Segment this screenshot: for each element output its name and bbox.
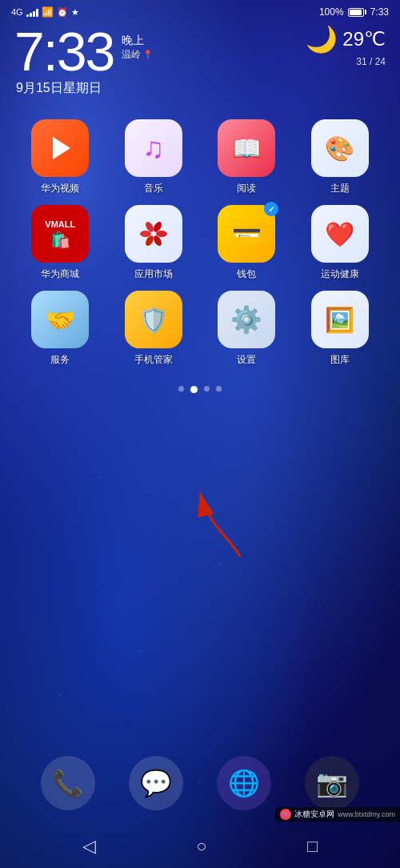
theme-label: 主题 bbox=[330, 182, 350, 195]
nav-back[interactable]: ◁ bbox=[76, 830, 102, 863]
app-wallet[interactable]: 💳 钱包 bbox=[204, 205, 290, 281]
watermark-text: 冰糖安卓网 bbox=[294, 809, 334, 820]
clock-status: 7:33 bbox=[370, 6, 389, 18]
gallery-label: 图库 bbox=[330, 353, 350, 367]
health-label: 运动健康 bbox=[321, 267, 359, 281]
dock-phone[interactable]: 📞 bbox=[41, 756, 95, 810]
settings-icon: ⚙️ bbox=[218, 291, 275, 348]
browser-icon: 🌐 bbox=[217, 756, 271, 810]
page-dots bbox=[0, 373, 400, 401]
time-location: 温岭 📍 bbox=[122, 48, 154, 62]
dock-camera[interactable]: 📷 bbox=[305, 756, 359, 810]
manager-label: 手机管家 bbox=[134, 353, 173, 367]
app-health[interactable]: ❤️ 运动健康 bbox=[298, 205, 383, 281]
phone-icon: 📞 bbox=[41, 756, 95, 810]
svg-point-2 bbox=[156, 231, 167, 237]
camera-icon: 📷 bbox=[305, 756, 359, 810]
arrow-annotation bbox=[184, 476, 256, 568]
alarm-icon: ⏰ bbox=[57, 7, 68, 18]
huawei-video-label: 华为视频 bbox=[41, 182, 79, 195]
page-dot-2[interactable] bbox=[204, 386, 210, 392]
battery-percent: 100% bbox=[319, 6, 344, 18]
vmall-label: 华为商城 bbox=[41, 267, 79, 281]
vmall-icon: VMALL 🛍️ bbox=[31, 205, 89, 263]
bluetooth-icon: ★ bbox=[71, 7, 79, 18]
huawei-logo-svg bbox=[136, 216, 171, 251]
app-manager[interactable]: 🛡️ 手机管家 bbox=[111, 291, 197, 367]
settings-label: 设置 bbox=[237, 353, 256, 367]
time-ampm: 晚上 bbox=[122, 34, 154, 48]
appmarket-label: 应用市场 bbox=[134, 267, 173, 281]
dock-messages[interactable]: 💬 bbox=[129, 756, 183, 810]
date-display: 9月15日星期日 bbox=[0, 78, 400, 110]
arrow-svg bbox=[184, 476, 256, 565]
battery-icon bbox=[348, 8, 366, 17]
dock-browser[interactable]: 🌐 bbox=[217, 756, 271, 810]
service-label: 服务 bbox=[50, 353, 70, 367]
app-grid-row3: 🤝 服务 🛡️ 手机管家 ⚙️ 设置 🖼️ 图库 bbox=[0, 287, 400, 373]
weather-temp: 29℃ bbox=[342, 28, 386, 50]
watermark-icon: 👾 bbox=[280, 809, 291, 820]
theme-icon: 🎨 bbox=[311, 119, 369, 177]
app-music[interactable]: ♫ 音乐 bbox=[111, 119, 197, 195]
app-settings[interactable]: ⚙️ 设置 bbox=[204, 291, 290, 367]
wallet-badge bbox=[264, 202, 278, 216]
page-dot-3[interactable] bbox=[216, 386, 222, 392]
reading-icon: 📖 bbox=[218, 119, 275, 177]
app-grid-row2: VMALL 🛍️ 华为商城 bbox=[0, 202, 400, 287]
messages-icon: 💬 bbox=[129, 756, 183, 810]
music-icon: ♫ bbox=[125, 119, 182, 177]
weather-area: 🌙 29℃ 31 / 24 bbox=[306, 24, 386, 67]
signal-bars bbox=[26, 7, 38, 17]
app-vmall[interactable]: VMALL 🛍️ 华为商城 bbox=[18, 205, 103, 281]
wifi-icon: 📶 bbox=[42, 6, 54, 18]
music-label: 音乐 bbox=[144, 182, 163, 195]
page-dot-1[interactable] bbox=[190, 386, 198, 393]
huawei-video-icon bbox=[31, 119, 89, 177]
svg-point-5 bbox=[140, 231, 151, 237]
status-bar: 4G 📶 ⏰ ★ 100% 7:33 bbox=[0, 0, 400, 21]
wallet-label: 钱包 bbox=[237, 267, 256, 281]
service-icon: 🤝 bbox=[31, 291, 89, 348]
app-theme[interactable]: 🎨 主题 bbox=[298, 119, 383, 195]
nav-bar: ◁ ○ □ bbox=[0, 824, 400, 868]
status-left: 4G 📶 ⏰ ★ bbox=[11, 6, 79, 18]
nav-recent[interactable]: □ bbox=[301, 830, 324, 863]
app-huawei-video[interactable]: 华为视频 bbox=[18, 119, 103, 195]
reading-label: 阅读 bbox=[237, 182, 256, 195]
weather-range: 31 / 24 bbox=[356, 56, 386, 67]
app-service[interactable]: 🤝 服务 bbox=[18, 291, 103, 367]
watermark: 👾 冰糖安卓网 www.btxtdmy.com bbox=[275, 807, 400, 822]
appmarket-icon bbox=[125, 205, 182, 263]
page-dot-0[interactable] bbox=[178, 386, 184, 392]
manager-icon: 🛡️ bbox=[125, 291, 182, 348]
gallery-icon: 🖼️ bbox=[311, 291, 369, 348]
nav-home[interactable]: ○ bbox=[190, 830, 213, 863]
health-icon: ❤️ bbox=[311, 205, 369, 263]
watermark-url: www.btxtdmy.com bbox=[338, 810, 395, 818]
clock-area: 7:33 晚上 温岭 📍 bbox=[14, 24, 154, 78]
signal-icon: 4G bbox=[11, 7, 23, 17]
app-appmarket[interactable]: 应用市场 bbox=[111, 205, 197, 281]
status-right: 100% 7:33 bbox=[319, 6, 389, 18]
weather-icon: 🌙 bbox=[306, 24, 338, 54]
app-grid-row1: 华为视频 ♫ 音乐 📖 阅读 🎨 主题 bbox=[0, 110, 400, 202]
wallet-icon: 💳 bbox=[218, 205, 275, 263]
time-display: 7:33 bbox=[14, 24, 114, 78]
app-gallery[interactable]: 🖼️ 图库 bbox=[298, 291, 383, 367]
app-reading[interactable]: 📖 阅读 bbox=[204, 119, 290, 195]
